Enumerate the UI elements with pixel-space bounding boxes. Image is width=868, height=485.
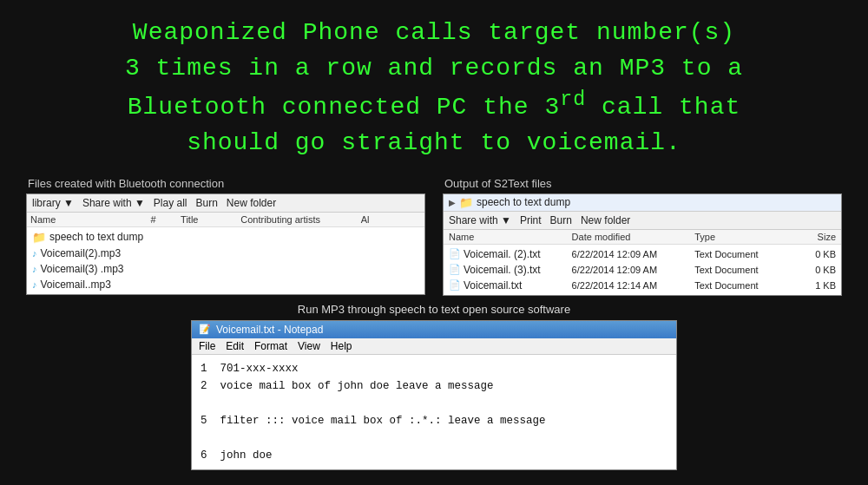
file-date: 6/22/2014 12:09 AM [572, 265, 695, 275]
notepad-menu-bar: File Edit Format View Help [192, 338, 676, 355]
burn-btn[interactable]: Burn [195, 197, 217, 209]
col-artists-header: Contributing artists [240, 214, 360, 225]
notepad-line: 5 filter ::: voice mail box of :.*.: lea… [201, 412, 667, 429]
table-row[interactable]: ♪ Voicemail(3) .mp3 [27, 261, 424, 277]
file-date: 6/22/2014 12:14 AM [572, 280, 695, 291]
address-path: speech to text dump [477, 196, 570, 208]
share-btn[interactable]: Share with ▼ [82, 197, 145, 209]
play-all-btn[interactable]: Play all [154, 197, 187, 209]
folder-icon: 📁 [32, 231, 46, 244]
table-row[interactable]: ♪ Voicemail..mp3 [27, 277, 424, 292]
notepad-line: 2 voice mail box of john doe leave a mes… [201, 377, 667, 395]
file-date: 6/22/2014 12:09 AM [572, 249, 695, 259]
file-name: Voicemail..mp3 [41, 279, 111, 291]
notepad-section: Run MP3 through speech to text open sour… [26, 303, 842, 470]
right-col-headers: Name Date modified Type Size [444, 230, 841, 245]
header-line3: Bluetooth connected PC the 3rd call that [35, 86, 833, 126]
notepad-caption: Run MP3 through speech to text open sour… [26, 303, 842, 316]
left-toolbar: library ▼ Share with ▼ Play all Burn New… [27, 194, 424, 213]
notepad-line [201, 395, 667, 412]
file-name: Voicemail. (3).txt [464, 264, 541, 276]
right-share-btn[interactable]: Share with ▼ [449, 214, 511, 226]
menu-edit[interactable]: Edit [226, 340, 244, 352]
r-col-date-header: Date modified [572, 232, 695, 242]
menu-help[interactable]: Help [331, 340, 352, 352]
r-col-size-header: Size [786, 232, 836, 242]
left-explorer-window: library ▼ Share with ▼ Play all Burn New… [26, 193, 425, 295]
header-line4: should go straight to voicemail. [35, 126, 833, 161]
col-hash-header: # [150, 214, 181, 225]
file-size: 0 KB [786, 249, 836, 259]
header-line2: 3 times in a row and records an MP3 to a [35, 51, 833, 87]
notepad-line [201, 429, 667, 447]
file-name: Voicemail(3) .mp3 [41, 263, 124, 275]
col-al-header: Al [361, 214, 421, 225]
mp3-icon: ♪ [32, 248, 37, 259]
right-address-bar: ▶ 📁 speech to text dump [444, 194, 841, 212]
address-folder-icon: 📁 [459, 196, 473, 209]
left-file-rows: 📁 speech to text dump ♪ Voicemail(2).mp3… [27, 227, 424, 294]
file-type: Text Document [694, 249, 786, 259]
notepad-window: 📝 Voicemail.txt - Notepad File Edit Form… [191, 320, 677, 470]
right-explorer-window: ▶ 📁 speech to text dump Share with ▼ Pri… [443, 193, 842, 296]
expand-arrow-icon: ▶ [449, 198, 456, 207]
file-name: Voicemail.txt [464, 279, 522, 292]
r-col-type-header: Type [694, 232, 786, 242]
txt-icon: 📄 [449, 248, 461, 259]
menu-file[interactable]: File [199, 340, 215, 352]
notepad-title-bar: 📝 Voicemail.txt - Notepad [192, 321, 676, 338]
file-type: Text Document [694, 265, 786, 275]
menu-view[interactable]: View [298, 340, 320, 352]
right-explorer-block: Output of S2Text files ▶ 📁 speech to tex… [443, 177, 842, 296]
left-explorer-caption: Files created with Bluetooth connection [26, 177, 425, 190]
left-col-headers: Name # Title Contributing artists Al [27, 213, 424, 227]
library-btn[interactable]: library ▼ [32, 197, 74, 209]
file-name: Voicemail(2).mp3 [41, 247, 122, 259]
left-explorer-block: Files created with Bluetooth connection … [26, 177, 425, 296]
col-title-header: Title [181, 214, 240, 225]
header-text: Weaponized Phone calls target number(s) … [0, 0, 868, 172]
notepad-line: 1 701-xxx-xxxx [201, 360, 667, 377]
txt-icon: 📄 [449, 264, 461, 275]
file-type: Text Document [694, 280, 786, 291]
right-burn-btn[interactable]: Burn [550, 214, 572, 226]
notepad-title: Voicemail.txt - Notepad [216, 324, 323, 336]
menu-format[interactable]: Format [254, 340, 287, 352]
table-row[interactable]: ♪ Voicemail(2).mp3 [27, 246, 424, 261]
right-file-rows: 📄Voicemail. (2).txt 6/22/2014 12:09 AM T… [444, 245, 841, 295]
file-size: 1 KB [786, 280, 836, 291]
mp3-icon: ♪ [32, 264, 37, 274]
file-name: speech to text dump [49, 231, 143, 243]
mp3-icon: ♪ [32, 279, 37, 290]
notepad-app-icon: 📝 [199, 324, 211, 335]
file-size: 0 KB [786, 265, 836, 275]
txt-icon: 📄 [449, 279, 461, 291]
r-col-name-header: Name [449, 232, 572, 242]
right-toolbar: Share with ▼ Print Burn New folder [444, 212, 841, 230]
table-row[interactable]: 📄Voicemail. (2).txt 6/22/2014 12:09 AM T… [444, 246, 841, 262]
new-folder-btn[interactable]: New folder [227, 197, 276, 209]
header-line1: Weaponized Phone calls target number(s) [35, 16, 833, 51]
col-name-header: Name [30, 214, 150, 225]
table-row[interactable]: 📁 speech to text dump [27, 229, 424, 246]
right-print-btn[interactable]: Print [520, 214, 542, 226]
file-name: Voicemail. (2).txt [464, 248, 541, 260]
right-new-folder-btn[interactable]: New folder [581, 214, 630, 226]
table-row[interactable]: 📄Voicemail. (3).txt 6/22/2014 12:09 AM T… [444, 262, 841, 278]
notepad-line: 6 john doe [201, 447, 667, 464]
table-row[interactable]: 📄Voicemail.txt 6/22/2014 12:14 AM Text D… [444, 278, 841, 293]
right-explorer-caption: Output of S2Text files [443, 177, 842, 190]
notepad-content: 1 701-xxx-xxxx 2 voice mail box of john … [192, 355, 676, 469]
